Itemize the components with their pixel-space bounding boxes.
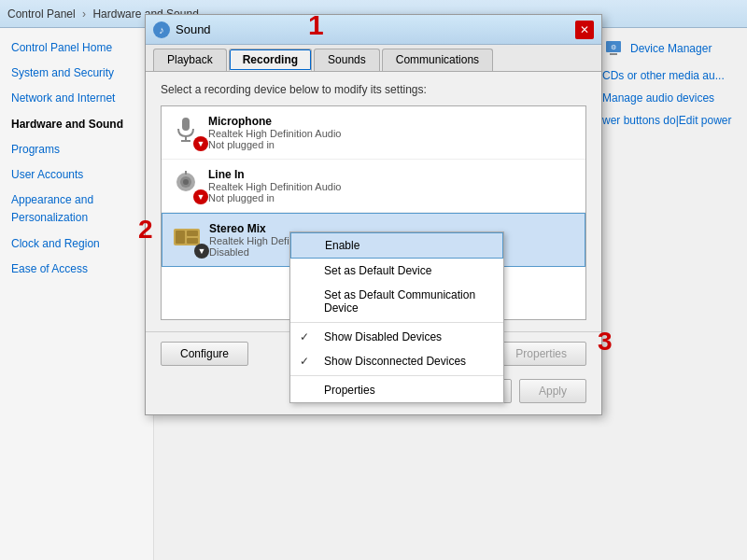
svg-rect-12 [187,231,198,236]
footer-left: Configure [161,342,248,366]
device-manager-link[interactable]: ⚙ Device Manager [602,37,747,60]
context-item-show-disconnected[interactable]: ✓ Show Disconnected Devices [290,349,503,373]
tabs-bar: Playback Recording Sounds Communications [146,45,601,72]
properties-button[interactable]: Properties [496,342,586,366]
context-item-set-default[interactable]: Set as Default Device [290,259,503,283]
line-in-status-icon: ▼ [193,189,208,204]
sidebar-item-clock-region[interactable]: Clock and Region [0,231,153,257]
line-in-info: Line In Realtek High Definition Audio No… [208,168,576,203]
device-item-microphone[interactable]: ▼ Microphone Realtek High Definition Aud… [162,106,585,160]
check-show-disabled: ✓ [300,330,309,343]
line-in-icon-wrapper: ▼ [171,167,208,204]
context-item-enable[interactable]: Enable [290,232,503,259]
dialog-instruction: Select a recording device below to modif… [161,83,586,96]
right-panel: ⚙ Device Manager CDs or other media au..… [602,37,747,136]
sidebar-item-network-internet[interactable]: Network and Internet [0,86,153,111]
stereo-mix-status-icon: ▼ [194,244,209,259]
tab-communications[interactable]: Communications [382,49,493,71]
configure-button[interactable]: Configure [161,342,248,366]
dialog-titlebar: ♪ Sound ✕ [146,15,601,45]
stereo-mix-icon-wrapper: ▼ [172,221,209,259]
sidebar-item-user-accounts[interactable]: User Accounts [0,162,153,188]
svg-rect-3 [182,118,190,131]
context-menu: Enable Set as Default Device Set as Defa… [289,231,504,403]
context-item-properties[interactable]: Properties [290,378,503,402]
tab-sounds[interactable]: Sounds [314,49,380,71]
microphone-info: Microphone Realtek High Definition Audio… [208,115,576,150]
cds-media-link[interactable]: CDs or other media au... [602,69,747,82]
context-item-set-default-comm[interactable]: Set as Default Communication Device [290,283,503,320]
sidebar: Control Panel Home System and Security N… [0,28,154,560]
device-manager-icon: ⚙ [602,37,625,60]
sidebar-item-hardware-sound[interactable]: Hardware and Sound [0,112,153,137]
manage-audio-link[interactable]: Manage audio devices [602,91,747,105]
microphone-status-icon: ▼ [193,136,208,151]
sidebar-item-appearance[interactable]: Appearance and Personalization [0,188,153,231]
context-separator-1 [290,322,503,323]
context-separator-2 [290,375,503,376]
check-show-disconnected: ✓ [300,355,309,368]
sidebar-item-programs[interactable]: Programs [0,137,153,162]
microphone-icon-wrapper: ▼ [171,114,208,151]
sound-dialog-icon: ♪ [153,21,170,38]
tab-recording[interactable]: Recording [229,49,312,71]
sidebar-item-system-security[interactable]: System and Security [0,61,153,86]
svg-point-8 [183,179,189,185]
dialog-close-button[interactable]: ✕ [575,21,594,39]
sidebar-item-ease-access[interactable]: Ease of Access [0,257,153,282]
svg-rect-11 [176,231,185,244]
power-buttons-link[interactable]: wer buttons do | Edit power [602,114,747,127]
dialog-title: ♪ Sound [153,21,211,38]
svg-text:⚙: ⚙ [611,44,616,50]
device-item-line-in[interactable]: ▼ Line In Realtek High Definition Audio … [162,160,585,213]
sidebar-item-control-panel-home[interactable]: Control Panel Home [0,35,153,61]
svg-rect-1 [610,53,617,55]
context-item-show-disabled[interactable]: ✓ Show Disabled Devices [290,325,503,349]
tab-playback[interactable]: Playback [153,49,227,71]
apply-button[interactable]: Apply [519,379,586,403]
